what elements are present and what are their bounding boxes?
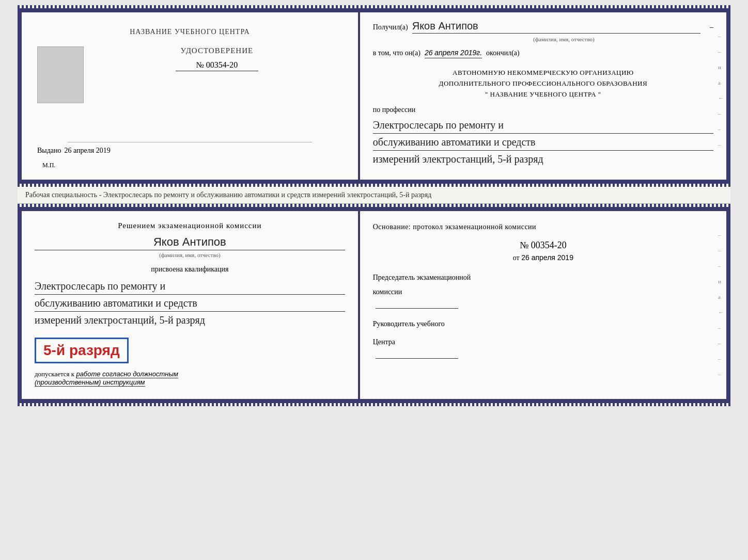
completed-line: в том, что он(а) 26 апреля 2019г. окончи… bbox=[373, 49, 713, 58]
director-block: Руководитель учебного Центра bbox=[373, 319, 713, 359]
cert-title: УДОСТОВЕРЕНИЕ bbox=[181, 46, 254, 55]
completed-prefix: в том, что он(а) bbox=[373, 49, 420, 57]
rank-text: 5-й разряд bbox=[43, 342, 120, 358]
protocol-number: № 00354-20 bbox=[373, 240, 713, 251]
org-line1: АВТОНОМНУЮ НЕКОММЕРЧЕСКУЮ ОРГАНИЗАЦИЮ bbox=[373, 68, 713, 78]
cert-info: УДОСТОВЕРЕНИЕ № 00354-20 bbox=[91, 46, 342, 71]
top-right-panel: Получил(а) Яков Антипов – (фамилия, имя,… bbox=[360, 12, 726, 180]
allowed-block: допускается к работе согласно должностны… bbox=[35, 370, 345, 387]
completed-date: 26 апреля 2019г. bbox=[425, 49, 482, 58]
working-specialty-text: Рабочая специальность - Электрослесарь п… bbox=[25, 191, 431, 199]
qualification-label: присвоена квалификация bbox=[35, 265, 345, 274]
profession-prefix: по профессии bbox=[373, 106, 713, 114]
top-document: НАЗВАНИЕ УЧЕБНОГО ЦЕНТРА УДОСТОВЕРЕНИЕ №… bbox=[18, 8, 730, 184]
protocol-date-prefix: от bbox=[513, 254, 520, 262]
recipient-line: Получил(а) Яков Антипов – bbox=[373, 20, 713, 34]
recipient-prefix: Получил(а) bbox=[373, 23, 408, 31]
center-name-top: НАЗВАНИЕ УЧЕБНОГО ЦЕНТРА bbox=[130, 28, 250, 36]
document-container: НАЗВАНИЕ УЧЕБНОГО ЦЕНТРА УДОСТОВЕРЕНИЕ №… bbox=[18, 5, 730, 406]
qual-line2: обслуживанию автоматики и средств bbox=[35, 295, 345, 312]
chairman-block: Председатель экзаменационной комиссии bbox=[373, 273, 713, 309]
stamp-label: М.П. bbox=[42, 162, 55, 169]
bottom-document: Решением экзаменационной комиссии Яков А… bbox=[18, 207, 730, 403]
profession-line3: измерений электростанций, 5-й разряд bbox=[373, 151, 713, 167]
profession-line1: Электрослесарь по ремонту и bbox=[373, 117, 713, 134]
director-signature-line bbox=[376, 351, 458, 359]
completed-suffix: окончил(а) bbox=[486, 49, 520, 57]
bottom-border-decoration bbox=[18, 403, 730, 406]
chairman-label1: Председатель экзаменационной bbox=[373, 273, 713, 283]
middle-text: Рабочая специальность - Электрослесарь п… bbox=[18, 187, 730, 204]
bottom-left-panel: Решением экзаменационной комиссии Яков А… bbox=[22, 211, 360, 399]
side-marks-bottom: – – – и а ← – – – – bbox=[718, 232, 724, 377]
fio-caption-top: (фамилия, имя, отчество) bbox=[414, 36, 713, 42]
cert-body: УДОСТОВЕРЕНИЕ № 00354-20 bbox=[37, 46, 342, 132]
qual-line3: измерений электростанций, 5-й разряд bbox=[35, 312, 345, 328]
director-label2: Центра bbox=[373, 337, 713, 347]
decision-title: Решением экзаменационной комиссии bbox=[35, 221, 345, 230]
profession-line2: обслуживанию автоматики и средств bbox=[373, 134, 713, 151]
issued-date: 26 апреля 2019 bbox=[65, 147, 111, 155]
basis-label: Основание: протокол экзаменационной коми… bbox=[373, 221, 713, 232]
bottom-right-panel: Основание: протокол экзаменационной коми… bbox=[360, 211, 726, 399]
protocol-date: 26 апреля 2019 bbox=[521, 253, 573, 262]
chairman-signature-line bbox=[376, 301, 458, 309]
org-line2: ДОПОЛНИТЕЛЬНОГО ПРОФЕССИОНАЛЬНОГО ОБРАЗО… bbox=[373, 78, 713, 89]
issued-label: Выдано bbox=[37, 147, 61, 155]
director-label1: Руководитель учебного bbox=[373, 319, 713, 329]
recipient-name: Яков Антипов bbox=[412, 20, 700, 34]
protocol-date-line: от 26 апреля 2019 bbox=[373, 253, 713, 262]
top-left-panel: НАЗВАНИЕ УЧЕБНОГО ЦЕНТРА УДОСТОВЕРЕНИЕ №… bbox=[22, 12, 360, 180]
qual-line1: Электрослесарь по ремонту и bbox=[35, 278, 345, 295]
allowed-text: работе согласно должностным bbox=[76, 370, 178, 378]
rank-box: 5-й разряд bbox=[35, 338, 129, 363]
org-block: АВТОНОМНУЮ НЕКОММЕРЧЕСКУЮ ОРГАНИЗАЦИЮ ДО… bbox=[373, 68, 713, 100]
org-line3: " НАЗВАНИЕ УЧЕБНОГО ЦЕНТРА " bbox=[373, 89, 713, 100]
side-marks-top: – – и а ← – – – bbox=[718, 33, 724, 148]
person-name-bottom: Яков Антипов bbox=[35, 235, 345, 250]
photo-placeholder bbox=[37, 46, 84, 103]
allowed-text2: (производственным) инструкциям bbox=[35, 378, 145, 387]
cert-number: № 00354-20 bbox=[176, 60, 258, 71]
chairman-label2: комиссии bbox=[373, 287, 713, 297]
allowed-prefix: допускается к bbox=[35, 370, 74, 378]
fio-caption-bottom: (фамилия, имя, отчество) bbox=[35, 252, 345, 258]
dash1: – bbox=[710, 23, 713, 31]
